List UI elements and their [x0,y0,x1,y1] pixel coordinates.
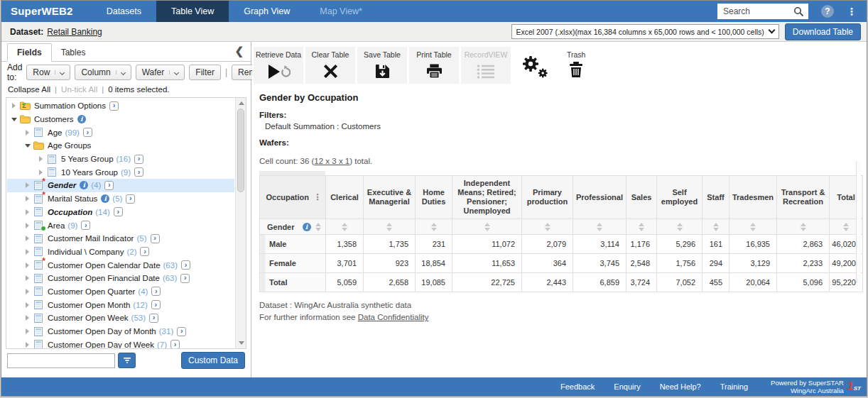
tree-item-age-groups[interactable]: Age Groups [7,139,234,153]
expander[interactable] [23,302,31,308]
sort-icon[interactable] [597,223,602,231]
expander[interactable] [37,156,45,162]
expand-icon[interactable] [26,182,29,188]
nav-tab-graph-view[interactable]: Graph View [229,1,305,22]
add-to-row-button[interactable]: Row [26,65,70,80]
footer-link-feedback[interactable]: Feedback [560,382,595,391]
info-icon[interactable]: i [101,194,109,203]
tree-item-customer-open-day-of-month[interactable]: Customer Open Day of Month(31)› [7,325,234,338]
open-field-arrow-button[interactable]: › [134,155,143,164]
tree-item-age[interactable]: Age(99)› [7,126,234,139]
sort-cell-sales[interactable] [626,219,657,235]
row-header-male[interactable]: Male [260,235,326,254]
tree-item-gender[interactable]: *Genderi(4)› [7,179,234,192]
sort-icon[interactable] [315,223,321,231]
row-header-total[interactable]: Total [260,273,326,292]
expander[interactable] [23,249,31,255]
dropdown-toggle[interactable] [169,70,178,74]
clear-table-button[interactable]: Clear Table [305,47,355,84]
open-field-arrow-button[interactable]: › [181,260,190,270]
help-icon[interactable]: ? [821,5,834,18]
sort-icon[interactable] [484,223,490,231]
expand-icon[interactable] [26,209,29,215]
tree-item-customers[interactable]: Customersi [7,113,234,126]
open-field-arrow-button[interactable]: › [109,101,119,111]
info-icon[interactable]: i [303,223,311,231]
sidebar-tab-fields[interactable]: Fields [7,43,52,62]
expander[interactable] [10,118,18,121]
tree-item-customer-open-quarter[interactable]: Customer Open Quarter(4)› [7,285,234,299]
export-format-select[interactable]: Excel 2007 (.xlsx)(max 16,384 columns x … [511,24,779,39]
tree-item-customer-open-calendar-date[interactable]: *Customer Open Calendar Date(63)› [7,258,234,272]
add-to-wafer-button[interactable]: Wafer [136,65,185,80]
sort-icon[interactable] [639,223,644,231]
kebab-menu-icon[interactable]: ⋮ [313,192,322,202]
sort-icon[interactable] [431,223,437,231]
sort-icon[interactable] [677,223,683,231]
expand-icon[interactable] [26,342,29,348]
tree-item-occupation[interactable]: Occupation(14)› [7,206,234,219]
open-field-arrow-button[interactable]: › [149,314,158,323]
add-to-column-button[interactable]: Column [75,65,131,80]
open-field-arrow-button[interactable]: › [170,340,180,348]
tree-scrollbar[interactable] [235,98,246,348]
expand-icon[interactable] [26,315,29,321]
expander[interactable] [23,328,31,334]
expander[interactable] [23,223,31,228]
open-field-arrow-button[interactable]: › [151,287,161,296]
scroll-down-icon[interactable] [239,341,244,345]
sidebar-tab-tables[interactable]: Tables [52,44,95,61]
footer-link-need-help[interactable]: Need Help? [660,382,701,391]
sort-icon[interactable] [545,223,550,231]
expand-icon[interactable] [26,130,29,136]
sort-icon[interactable] [713,223,719,231]
expander[interactable] [23,342,31,348]
nav-tab-table-view[interactable]: Table View [156,1,229,22]
info-icon[interactable]: i [80,181,88,189]
expand-icon[interactable] [39,156,43,162]
expander[interactable] [23,289,31,294]
sort-cell-home-duties[interactable] [416,219,452,235]
nav-kebab-menu-icon[interactable]: ⋮ [844,6,859,17]
table-options-gears-button[interactable] [520,47,550,81]
expand-icon[interactable] [39,170,43,175]
expander[interactable] [23,209,31,215]
save-table-button[interactable]: Save Table [357,47,407,84]
column-header-staff[interactable]: Staff [702,176,729,219]
dropdown-toggle[interactable] [55,70,64,74]
sidebar-collapse-icon[interactable]: ❮ [234,45,244,56]
open-field-arrow-button[interactable]: › [104,181,114,190]
column-header-home-duties[interactable]: Home Duties [416,176,452,219]
open-field-arrow-button[interactable]: › [114,207,123,216]
tree-item-5-years-group[interactable]: 5 Years Group(16)› [7,153,234,166]
expander[interactable] [23,236,31,241]
open-field-arrow-button[interactable]: › [83,128,92,137]
sort-cell-professional[interactable] [573,219,626,235]
dataset-link[interactable]: Retail Banking [47,27,102,37]
search-input[interactable] [718,5,789,18]
collapse-icon[interactable] [25,144,31,148]
open-field-arrow-button[interactable]: › [177,327,186,336]
tree-filter-input[interactable] [7,353,115,368]
sort-icon[interactable] [750,223,756,231]
nav-tab-datasets[interactable]: Datasets [92,1,156,22]
column-header-primary-production[interactable]: Primary production [522,176,573,219]
column-header-tradesmen[interactable]: Tradesmen [729,176,777,219]
column-header-sales[interactable]: Sales [626,176,657,219]
expand-icon[interactable] [26,289,29,294]
sort-cell-independent-means-retired-pensioner-unemployed[interactable] [452,219,522,235]
tree-item-customer-mail-indicator[interactable]: Customer Mail Indicator(5)› [7,232,234,245]
column-header-professional[interactable]: Professional [573,176,626,219]
tree-item-customer-open-day-of-week[interactable]: Customer Open Day of Week(7)› [7,338,234,348]
untick-all-link[interactable]: Un-tick All [61,85,97,94]
tree-item-customer-open-week[interactable]: Customer Open Week(53)› [7,311,234,325]
expander[interactable] [23,262,31,268]
print-table-button[interactable]: Print Table [409,47,459,84]
open-field-arrow-button[interactable]: › [180,274,190,283]
expand-icon[interactable] [26,262,29,268]
open-field-arrow-button[interactable]: › [126,194,135,204]
expander[interactable] [23,315,31,321]
expand-icon[interactable] [26,236,29,241]
tree-item-10-years-group[interactable]: 10 Years Group(9)› [7,165,234,179]
tree-item-customer-open-month[interactable]: Customer Open Month(12)› [7,298,234,311]
